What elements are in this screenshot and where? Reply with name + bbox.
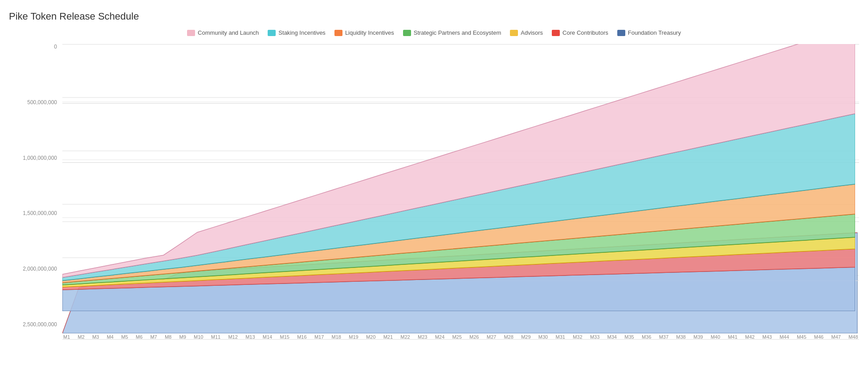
legend-item-core: Core Contributors <box>552 29 608 36</box>
legend-item-advisors: Advisors <box>510 29 543 36</box>
legend-label-advisors: Advisors <box>521 29 543 36</box>
legend-swatch-liquidity <box>334 30 342 36</box>
legend-label-core: Core Contributors <box>562 29 608 36</box>
legend-swatch-strategic <box>403 30 411 36</box>
legend-swatch-staking <box>268 30 276 36</box>
y-label-1500: 1,500,000,000 <box>9 211 57 216</box>
svg-container: M1M2M3M4M5M6M7M8M9M10M11M12M13M14M15M16M… <box>62 44 859 340</box>
legend-label-strategic: Strategic Partners and Ecosystem <box>414 29 501 36</box>
legend: Community and Launch Staking Incentives … <box>9 29 859 36</box>
legend-label-liquidity: Liquidity Incentives <box>345 29 394 36</box>
y-label-0: 0 <box>9 44 57 49</box>
legend-swatch-core <box>552 30 560 36</box>
legend-label-staking: Staking Incentives <box>278 29 326 36</box>
legend-item-community: Community and Launch <box>187 29 259 36</box>
y-label-1000: 1,000,000,000 <box>9 155 57 161</box>
legend-item-staking: Staking Incentives <box>268 29 326 36</box>
chart-wrap: 2,500,000,000 2,000,000,000 1,500,000,00… <box>9 44 859 340</box>
chart-area: Pike Token Release Schedule Community an… <box>9 11 859 340</box>
y-axis: 2,500,000,000 2,000,000,000 1,500,000,00… <box>9 44 62 340</box>
y-label-500: 500,000,000 <box>9 100 57 105</box>
legend-swatch-advisors <box>510 30 518 36</box>
y-label-2500: 2,500,000,000 <box>9 322 57 327</box>
legend-label-community: Community and Launch <box>198 29 259 36</box>
legend-swatch-community <box>187 30 195 36</box>
legend-swatch-foundation <box>617 30 625 36</box>
chart-title: Pike Token Release Schedule <box>9 11 859 22</box>
legend-item-liquidity: Liquidity Incentives <box>334 29 394 36</box>
y-label-2000: 2,000,000,000 <box>9 266 57 272</box>
legend-item-foundation: Foundation Treasury <box>617 29 681 36</box>
legend-item-strategic: Strategic Partners and Ecosystem <box>403 29 501 36</box>
final-chart-svg <box>62 44 855 311</box>
legend-label-foundation: Foundation Treasury <box>628 29 681 36</box>
